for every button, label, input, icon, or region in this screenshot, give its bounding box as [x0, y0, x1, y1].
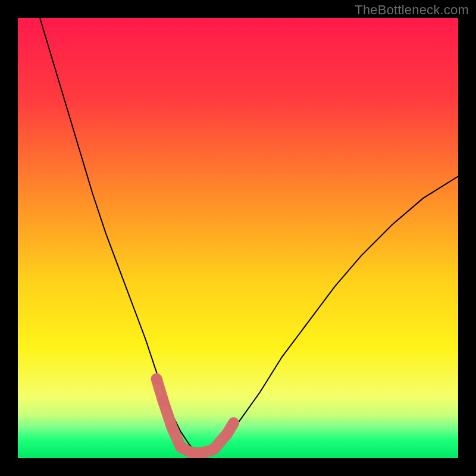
marker-point	[208, 444, 219, 455]
marker-point	[222, 428, 233, 439]
marker-point	[198, 447, 208, 458]
marker-point	[158, 396, 168, 406]
marker-point	[151, 374, 162, 384]
marker-point	[186, 447, 197, 458]
marker-point	[228, 418, 239, 428]
chart-svg	[18, 18, 458, 458]
outer-frame: TheBottleneck.com	[0, 0, 476, 476]
marker-point	[167, 422, 177, 433]
gradient-background	[18, 18, 458, 458]
marker-point	[176, 442, 186, 453]
plot-area	[18, 18, 458, 458]
watermark-text: TheBottleneck.com	[355, 2, 469, 18]
